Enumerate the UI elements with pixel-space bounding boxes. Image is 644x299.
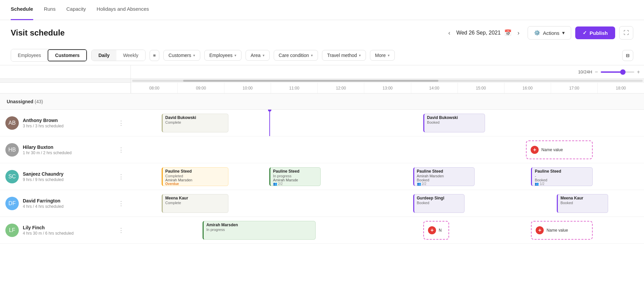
schedule-block[interactable]: Meena KaurBooked xyxy=(557,194,608,213)
chevron-down-icon: ▾ xyxy=(263,53,265,58)
employee-hours: 9 hrs / 9 hrs scheduled xyxy=(23,177,113,182)
employee-info: Lily Finch 4 hrs 30 m / 6 hrs scheduled xyxy=(23,225,113,236)
area-filter-label: Area xyxy=(251,53,261,58)
current-date: Wed 26 Sep, 2021 xyxy=(456,30,500,36)
more-filter-dropdown[interactable]: More ▾ xyxy=(370,50,395,61)
time-cell: 12:00 xyxy=(317,83,364,93)
schedule-block[interactable]: Pauline SteedIn progressAmirah Marsde👥 2… xyxy=(269,167,321,186)
avatar: HB xyxy=(5,143,19,157)
chevron-down-icon: ▾ xyxy=(234,53,236,58)
toolbar: Employees Customers Daily Weekly ≡ Custo… xyxy=(0,46,644,65)
employee-info: David Farrington 4 hrs / 4 hrs scheduled xyxy=(23,198,113,209)
block-name: Pauline Steed xyxy=(417,169,472,174)
customers-filter-dropdown[interactable]: Customers ▾ xyxy=(163,50,200,61)
block-name: Amirah Marsden xyxy=(206,223,313,227)
tab-capacity[interactable]: Capacity xyxy=(66,0,86,20)
schedule-block[interactable]: Pauline SteedCompletedAmirah MarsdenOver… xyxy=(162,167,228,186)
employees-filter-dropdown[interactable]: Employees ▾ xyxy=(204,50,241,61)
block-status: Complete xyxy=(165,120,225,124)
add-visit-block[interactable]: +Name value xyxy=(526,140,593,159)
filter-icon-button[interactable]: ≡ xyxy=(150,50,160,61)
add-visit-block[interactable]: +N xyxy=(423,221,449,240)
employees-filter-label: Employees xyxy=(209,53,232,58)
block-extra-status: Booked xyxy=(417,178,472,182)
employee-info: Hilary Buxton 1 hr 30 m / 2 hrs schedule… xyxy=(23,144,113,155)
time-cell: 17:00 xyxy=(551,83,597,93)
page-title: Visit schedule xyxy=(11,28,440,38)
area-filter-dropdown[interactable]: Area ▾ xyxy=(246,50,270,61)
schedule-block[interactable]: Pauline SteedAmirah MarsdenBooked👥 2/2 xyxy=(413,167,475,186)
time-cell: 18:00 xyxy=(597,83,644,93)
time-cell: 15:00 xyxy=(458,83,504,93)
travel-filter-dropdown[interactable]: Travel method ▾ xyxy=(322,50,366,61)
publish-button[interactable]: ✓ Publish xyxy=(575,26,615,39)
actions-button[interactable]: ⚙️ Actions ▾ xyxy=(528,26,571,40)
weekly-view-button[interactable]: Weekly xyxy=(116,50,145,61)
employee-menu-button[interactable]: ⋮ xyxy=(117,118,125,128)
time-indicator-line xyxy=(269,110,270,136)
chevron-down-icon: ▾ xyxy=(562,30,565,36)
fullscreen-button[interactable]: ⛶ xyxy=(619,26,633,40)
employee-menu-button[interactable]: ⋮ xyxy=(117,145,125,155)
tab-runs[interactable]: Runs xyxy=(44,0,56,20)
employee-name: David Farrington xyxy=(23,198,113,203)
chevron-down-icon: ▾ xyxy=(311,53,313,58)
care-filter-dropdown[interactable]: Care condition ▾ xyxy=(274,50,318,61)
toggle-customers-button[interactable]: Customers xyxy=(48,49,87,61)
employee-name: Sanjeez Chaundry xyxy=(23,171,113,177)
employee-name: Lily Finch xyxy=(23,225,113,230)
employee-menu-button[interactable]: ⋮ xyxy=(117,172,125,182)
schedule-block[interactable]: David BukowskiBooked xyxy=(423,114,485,132)
block-count: 👥 1/2 xyxy=(535,182,590,186)
date-navigation: ‹ Wed 26 Sep, 2021 📅 › xyxy=(445,28,522,38)
time-cell: 09:00 xyxy=(177,83,224,93)
employee-info: Anthony Brown 3 hrs / 3 hrs scheduled xyxy=(23,118,113,128)
block-sub: Amirah Marsden xyxy=(165,178,225,182)
unassigned-label: Unassigned xyxy=(7,99,33,104)
zoom-plus-button[interactable]: + xyxy=(637,69,640,75)
schedule-block[interactable]: Meena KaurComplete xyxy=(162,194,228,213)
block-name: Gurdeep Singl xyxy=(417,196,462,200)
block-name: Pauline Steed xyxy=(273,169,318,174)
avatar: SC xyxy=(5,170,19,183)
unassigned-count: (43) xyxy=(35,99,43,104)
toggle-employees-button[interactable]: Employees xyxy=(11,49,48,61)
block-name: Meena Kaur xyxy=(165,196,225,200)
block-name: David Bukowski xyxy=(427,115,482,120)
scrollbar-thumb[interactable] xyxy=(183,80,438,82)
time-cell: 08:00 xyxy=(131,83,177,93)
block-name: Pauline Steed xyxy=(535,169,590,174)
actions-label: Actions xyxy=(543,30,559,36)
prev-date-button[interactable]: ‹ xyxy=(445,28,453,38)
horizontal-scrollbar[interactable] xyxy=(131,79,644,83)
next-date-button[interactable]: › xyxy=(515,28,522,38)
employee-menu-button[interactable]: ⋮ xyxy=(117,225,125,235)
timeline-row: Meena KaurCompleteGurdeep SinglBookedMee… xyxy=(131,190,644,217)
adjust-columns-button[interactable]: ⊟ xyxy=(622,50,633,61)
block-name: David Bukowski xyxy=(165,115,225,120)
zoom-slider[interactable] xyxy=(601,71,634,73)
customers-filter-label: Customers xyxy=(168,53,191,58)
block-name: Meena Kaur xyxy=(560,196,605,200)
add-visit-block[interactable]: +Name value xyxy=(531,221,593,240)
add-text: Name value xyxy=(546,228,568,233)
employee-name: Anthony Brown xyxy=(23,118,113,123)
employee-row: HB Hilary Buxton 1 hr 30 m / 2 hrs sched… xyxy=(0,136,131,163)
schedule-block[interactable]: Gurdeep SinglBooked xyxy=(413,194,465,213)
calendar-icon[interactable]: 📅 xyxy=(504,29,512,37)
schedule-block[interactable]: David BukowskiComplete xyxy=(162,114,228,132)
daily-view-button[interactable]: Daily xyxy=(92,50,116,61)
employee-menu-button[interactable]: ⋮ xyxy=(117,198,125,208)
tab-holidays[interactable]: Holidays and Absences xyxy=(97,0,149,20)
employee-row: DF David Farrington 4 hrs / 4 hrs schedu… xyxy=(0,190,131,217)
tab-schedule[interactable]: Schedule xyxy=(11,0,33,20)
employee-info: Sanjeez Chaundry 9 hrs / 9 hrs scheduled xyxy=(23,171,113,182)
schedule-block[interactable]: Pauline Steed-Booked👥 1/2 xyxy=(531,167,593,186)
zoom-minus-button[interactable]: − xyxy=(595,69,598,75)
schedule-block[interactable]: Amirah MarsdenIn progress xyxy=(203,221,316,240)
time-cell: 13:00 xyxy=(364,83,411,93)
top-navigation: Schedule Runs Capacity Holidays and Abse… xyxy=(0,0,644,20)
page-header: Visit schedule ‹ Wed 26 Sep, 2021 📅 › ⚙️… xyxy=(0,20,644,46)
block-status: Booked xyxy=(417,201,462,205)
unassigned-timeline-row xyxy=(131,94,644,110)
